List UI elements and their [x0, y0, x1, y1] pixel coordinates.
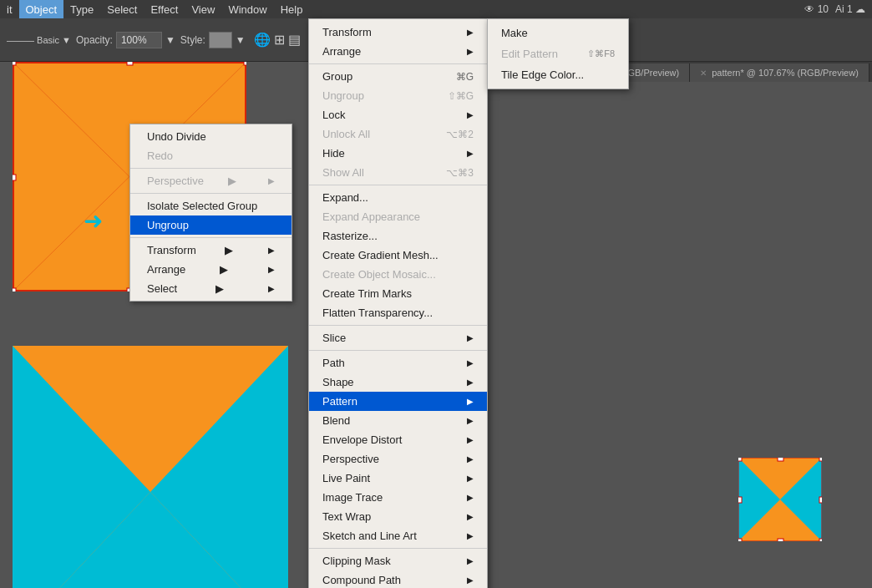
object-hide[interactable]: Hide ▶ — [309, 144, 487, 163]
pattern-submenu: Make Edit Pattern ⇧⌘F8 Tile Edge Color..… — [487, 18, 629, 89]
object-divider-3 — [309, 325, 487, 326]
object-create-object-mosaic[interactable]: Create Object Mosaic... — [309, 265, 487, 284]
svg-rect-4 — [738, 458, 742, 461]
menu-bar: it Object Type Select Effect View Window… — [0, 0, 872, 18]
object-expand-appearance[interactable]: Expand Appearance — [309, 207, 487, 226]
artwork-bottom — [13, 346, 288, 588]
svg-rect-16 — [13, 62, 16, 65]
object-expand[interactable]: Expand... — [309, 188, 487, 207]
tab-pattern[interactable]: ✕ pattern* @ 107.67% (RGB/Preview) — [690, 63, 869, 82]
object-sketch-line-art[interactable]: Sketch and Line Art ▶ — [309, 526, 487, 545]
small-artwork — [738, 458, 822, 541]
object-perspective[interactable]: Perspective ▶ — [309, 449, 487, 469]
object-clipping-mask[interactable]: Clipping Mask ▶ — [309, 551, 487, 570]
object-rasterize[interactable]: Rasterize... — [309, 226, 487, 246]
object-ungroup[interactable]: Ungroup ⇧⌘G — [309, 86, 487, 105]
toolbar-style: Style: ▼ — [180, 32, 246, 48]
opacity-label: Opacity: — [76, 34, 113, 46]
svg-rect-21 — [13, 288, 16, 291]
object-divider-2 — [309, 185, 487, 185]
object-divider-5 — [309, 548, 487, 549]
context-redo[interactable]: Redo — [130, 146, 292, 165]
object-create-gradient-mesh[interactable]: Create Gradient Mesh... — [309, 246, 487, 265]
context-undo-divide[interactable]: Undo Divide — [130, 127, 292, 146]
tab-close-pattern[interactable]: ✕ — [700, 68, 707, 78]
menu-item-object[interactable]: Object — [19, 0, 64, 18]
toolbar-opacity: Opacity: ▼ — [76, 32, 175, 48]
menu-item-it[interactable]: it — [0, 0, 19, 18]
svg-rect-19 — [13, 175, 16, 180]
menu-item-view[interactable]: View — [185, 0, 221, 18]
globe-icon[interactable]: 🌐 — [254, 32, 271, 48]
context-divider-1 — [130, 168, 292, 169]
object-arrange[interactable]: Arrange ▶ — [309, 42, 487, 61]
context-transform[interactable]: Transform ▶ — [130, 241, 292, 260]
svg-rect-9 — [738, 539, 742, 541]
object-image-trace[interactable]: Image Trace ▶ — [309, 488, 487, 507]
context-menu: Undo Divide Redo Perspective ▶ Isolate S… — [129, 124, 292, 302]
context-divider-3 — [130, 237, 292, 238]
toolbar-stroke-section: ——— Basic ▼ — [7, 35, 71, 45]
object-menu: Transform ▶ Arrange ▶ Group ⌘G Ungroup ⇧… — [308, 18, 488, 588]
grid-icon[interactable]: ⊞ — [274, 32, 285, 48]
object-group[interactable]: Group ⌘G — [309, 67, 487, 86]
object-pattern[interactable]: Pattern ▶ — [309, 392, 487, 411]
style-arrow[interactable]: ▼ — [236, 34, 246, 46]
svg-rect-17 — [127, 62, 133, 65]
arrow-indicator: ➜ — [84, 207, 103, 235]
svg-rect-18 — [244, 62, 246, 65]
style-swatch[interactable] — [209, 32, 232, 48]
stroke-label: ——— Basic ▼ — [7, 35, 71, 45]
pattern-make[interactable]: Make — [488, 23, 628, 43]
style-label: Style: — [180, 34, 205, 46]
menu-item-effect[interactable]: Effect — [144, 0, 185, 18]
svg-rect-11 — [819, 539, 822, 541]
context-arrange[interactable]: Arrange ▶ — [130, 260, 292, 279]
object-live-paint[interactable]: Live Paint ▶ — [309, 469, 487, 488]
object-compound-path[interactable]: Compound Path ▶ — [309, 570, 487, 588]
context-perspective[interactable]: Perspective ▶ — [130, 171, 292, 190]
opacity-arrow[interactable]: ▼ — [165, 34, 175, 46]
object-envelope-distort[interactable]: Envelope Distort ▶ — [309, 430, 487, 449]
object-create-trim-marks[interactable]: Create Trim Marks — [309, 284, 487, 303]
toolbar-icons: 🌐 ⊞ ▤ — [254, 32, 301, 48]
small-artwork-svg — [738, 458, 822, 541]
opacity-input[interactable] — [116, 32, 162, 48]
svg-rect-6 — [819, 458, 822, 461]
object-slice[interactable]: Slice ▶ — [309, 328, 487, 347]
menu-item-select[interactable]: Select — [100, 0, 144, 18]
context-ungroup[interactable]: Ungroup — [130, 215, 292, 235]
object-blend[interactable]: Blend ▶ — [309, 411, 487, 430]
object-show-all[interactable]: Show All ⌥⌘3 — [309, 163, 487, 182]
ai-version: Ai 1 ☁ — [835, 3, 865, 15]
object-divider-4 — [309, 350, 487, 351]
object-lock[interactable]: Lock ▶ — [309, 105, 487, 124]
object-flatten-transparency[interactable]: Flatten Transparency... — [309, 303, 487, 322]
object-path[interactable]: Path ▶ — [309, 353, 487, 373]
object-text-wrap[interactable]: Text Wrap ▶ — [309, 507, 487, 526]
tab-label-pattern: pattern* @ 107.67% (RGB/Preview) — [712, 68, 859, 78]
pattern-edit[interactable]: Edit Pattern ⇧⌘F8 — [488, 43, 628, 64]
context-select[interactable]: Select ▶ — [130, 279, 292, 298]
bottom-artwork-svg — [13, 346, 288, 588]
object-shape[interactable]: Shape ▶ — [309, 373, 487, 392]
panel-icon[interactable]: ▤ — [288, 32, 301, 48]
object-transform[interactable]: Transform ▶ — [309, 23, 487, 42]
object-divider-1 — [309, 63, 487, 64]
svg-rect-10 — [778, 539, 783, 541]
context-isolate-group[interactable]: Isolate Selected Group — [130, 196, 292, 215]
object-unlock-all[interactable]: Unlock All ⌥⌘2 — [309, 124, 487, 144]
svg-rect-5 — [778, 458, 783, 461]
menu-item-help[interactable]: Help — [274, 0, 310, 18]
pattern-tile-edge-color[interactable]: Tile Edge Color... — [488, 64, 628, 85]
menu-bar-right: 👁 10 Ai 1 ☁ — [804, 3, 872, 15]
menu-item-type[interactable]: Type — [63, 0, 100, 18]
svg-rect-8 — [819, 497, 822, 503]
menu-item-window[interactable]: Window — [221, 0, 273, 18]
context-divider-2 — [130, 193, 292, 194]
eye-icon: 👁 10 — [804, 3, 829, 15]
svg-rect-7 — [738, 497, 742, 503]
